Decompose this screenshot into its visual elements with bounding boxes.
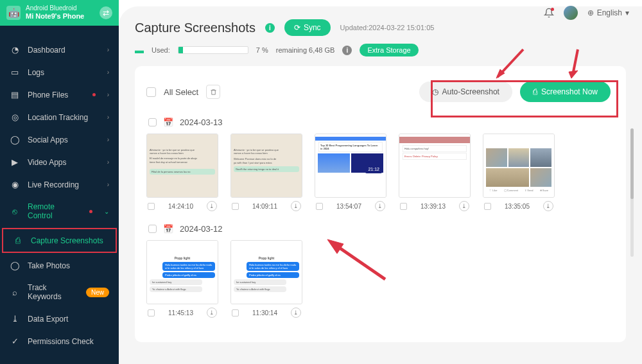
sidebar-item-video-apps[interactable]: ▶Video Apps› xyxy=(0,151,119,173)
thumbnail-time: 11:45:13 xyxy=(168,309,193,316)
updated-text: Updated:2024-03-22 15:01:05 xyxy=(340,24,435,31)
nav-icon: ⎋ xyxy=(10,207,20,216)
sidebar-item-logs[interactable]: ▭Logs› xyxy=(0,61,119,83)
nav-icon: ◎ xyxy=(10,112,20,122)
nav-icon: ✓ xyxy=(10,336,20,346)
sidebar-item-permissions-check[interactable]: ✓Permissions Check xyxy=(0,330,119,352)
chevron-right-icon: › xyxy=(107,91,109,98)
select-all-checkbox[interactable] xyxy=(146,87,156,97)
download-icon[interactable]: ⤓ xyxy=(543,201,553,211)
storage-info-icon[interactable]: i xyxy=(342,46,352,55)
android-icon: 🤖 xyxy=(6,6,21,20)
screenshot-thumbnail[interactable]: ◷Popp lightHola buenos tardes no me ha d… xyxy=(146,240,218,318)
download-icon[interactable]: ⤓ xyxy=(207,308,217,318)
nav-icon: ⎙ xyxy=(13,236,23,245)
calendar-icon: 📅 xyxy=(163,117,173,127)
sidebar-item-live-recording[interactable]: ◉Live Recording› xyxy=(0,173,119,196)
alert-dot xyxy=(92,93,96,96)
nav-icon: ◯ xyxy=(10,261,20,270)
thumbnail-time: 13:39:13 xyxy=(421,203,446,210)
chevron-right-icon: › xyxy=(107,46,109,53)
swap-device-icon[interactable]: ⇄ xyxy=(100,6,112,19)
sidebar-item-data-export[interactable]: ⤓Data Export xyxy=(0,308,119,330)
sidebar-nav: ◔Dashboard›▭Logs›▤Phone Files›◎Location … xyxy=(0,26,119,364)
device-platform: Android Bluedroid xyxy=(26,4,94,12)
nav-label: Live Recording xyxy=(28,180,100,189)
sidebar-item-take-photos[interactable]: ◯Take Photos xyxy=(0,254,119,277)
chevron-right-icon: › xyxy=(107,181,109,188)
sidebar-item-capture-screenshots[interactable]: ⎙Capture Screenshots xyxy=(2,228,117,253)
thumbnail-checkbox[interactable] xyxy=(484,203,491,210)
sidebar-item-dashboard[interactable]: ◔Dashboard› xyxy=(0,39,119,61)
chevron-right-icon: › xyxy=(107,69,109,76)
download-icon[interactable]: ⤓ xyxy=(291,308,301,318)
delete-button[interactable] xyxy=(206,85,220,99)
download-icon[interactable]: ⤓ xyxy=(291,201,301,211)
sidebar-item-remote-control[interactable]: ⎋Remote Control⌄ xyxy=(0,196,119,227)
thumbnail-checkbox[interactable] xyxy=(232,203,239,210)
all-select-label: All Select xyxy=(164,87,198,97)
screenshot-thumbnail[interactable]: ◷♡ Like◯ Comment⇪ Send⊕ Save13:35:05⤓ xyxy=(483,134,555,211)
refresh-icon: ⟳ xyxy=(294,23,300,32)
date-section: 📅2024-03-13◷Almirante · yo to be que se … xyxy=(146,117,614,211)
thumbnail-checkbox[interactable] xyxy=(400,203,407,210)
screenshot-thumbnail[interactable]: ◷Hola compañero hoy!Errors: Delete: Priv… xyxy=(399,134,471,211)
nav-icon: ▤ xyxy=(10,90,20,100)
thumbnail-image: ◷Almirante · yo to be que se positivo qu… xyxy=(230,134,302,198)
thumbnail-checkbox[interactable] xyxy=(148,309,155,316)
date-checkbox[interactable] xyxy=(148,118,157,126)
device-header: 🤖 Android Bluedroid Mi Note9's Phone ⇄ xyxy=(0,0,119,26)
date-label: 2024-03-12 xyxy=(180,224,223,234)
nav-icon: ⤓ xyxy=(10,314,20,324)
thumbnail-time: 13:54:07 xyxy=(336,203,361,210)
language-label: English xyxy=(597,8,622,17)
thumbnail-image: ◷Top 20 Best Programming Languages To Le… xyxy=(315,134,386,198)
nav-label: Video Apps xyxy=(28,158,100,167)
nav-label: Take Photos xyxy=(28,261,109,270)
download-icon[interactable]: ⤓ xyxy=(375,201,385,211)
nav-icon: ◔ xyxy=(10,45,20,55)
chevron-down-icon: ▾ xyxy=(625,8,629,17)
thumbnail-time: 13:35:05 xyxy=(505,203,530,210)
thumbnail-image: ◷Almirante · yo to be que se positivo qu… xyxy=(146,134,218,198)
screenshot-now-button[interactable]: ⎙ Screenshot Now xyxy=(520,82,611,102)
thumbnail-checkbox[interactable] xyxy=(316,203,323,210)
used-label: Used: xyxy=(152,46,170,54)
screenshot-thumbnail[interactable]: ◷Almirante · yo to be que se positivo qu… xyxy=(230,134,302,211)
screenshot-thumbnail[interactable]: ◷Popp lightHola buenos tardes no me ha d… xyxy=(230,240,302,318)
chevron-right-icon: › xyxy=(107,114,109,121)
download-icon[interactable]: ⤓ xyxy=(207,201,217,211)
nav-label: Capture Screenshots xyxy=(31,236,106,245)
thumbnail-time: 14:09:11 xyxy=(252,203,277,210)
scrollbar[interactable] xyxy=(630,128,634,257)
sidebar-item-social-apps[interactable]: ◯Social Apps› xyxy=(0,128,119,151)
info-icon[interactable]: i xyxy=(265,23,275,33)
thumbnail-image: ◷♡ Like◯ Comment⇪ Send⊕ Save xyxy=(483,134,555,198)
auto-screenshot-button[interactable]: ◷ Auto-Screenshot xyxy=(419,82,512,102)
page-title: Capture Screenshots xyxy=(135,21,256,35)
nav-label: Logs xyxy=(28,68,100,77)
screenshot-thumbnail[interactable]: ◷Almirante · yo to be que se positivo qu… xyxy=(146,134,218,211)
remaining-text: remaining 6,48 GB xyxy=(276,46,335,54)
extra-storage-button[interactable]: Extra Storage xyxy=(360,44,418,56)
thumbnail-checkbox[interactable] xyxy=(148,203,155,210)
calendar-icon: 📅 xyxy=(163,224,173,234)
sidebar-item-phone-files[interactable]: ▤Phone Files› xyxy=(0,83,119,106)
sidebar: 🤖 Android Bluedroid Mi Note9's Phone ⇄ ◔… xyxy=(0,0,119,364)
date-section: 📅2024-03-12◷Popp lightHola buenos tardes… xyxy=(146,224,614,318)
nav-label: Dashboard xyxy=(28,46,100,55)
sidebar-item-track-keywords[interactable]: ⌕Track KeywordsNew xyxy=(0,277,119,308)
nav-icon: ▭ xyxy=(10,67,20,77)
date-checkbox[interactable] xyxy=(148,225,157,233)
screenshot-thumbnail[interactable]: ◷Top 20 Best Programming Languages To Le… xyxy=(315,134,386,211)
now-label: Screenshot Now xyxy=(541,87,598,96)
download-icon[interactable]: ⤓ xyxy=(459,201,469,211)
language-selector[interactable]: ⊕ English ▾ xyxy=(587,8,629,17)
sidebar-item-location-tracking[interactable]: ◎Location Tracking› xyxy=(0,106,119,128)
sync-button[interactable]: ⟳ Sync xyxy=(284,19,331,36)
notifications-icon[interactable] xyxy=(544,8,554,18)
avatar[interactable] xyxy=(564,6,578,20)
thumbnail-checkbox[interactable] xyxy=(232,309,239,316)
crop-icon: ⎙ xyxy=(533,87,537,96)
timer-icon: ◷ xyxy=(432,87,438,96)
